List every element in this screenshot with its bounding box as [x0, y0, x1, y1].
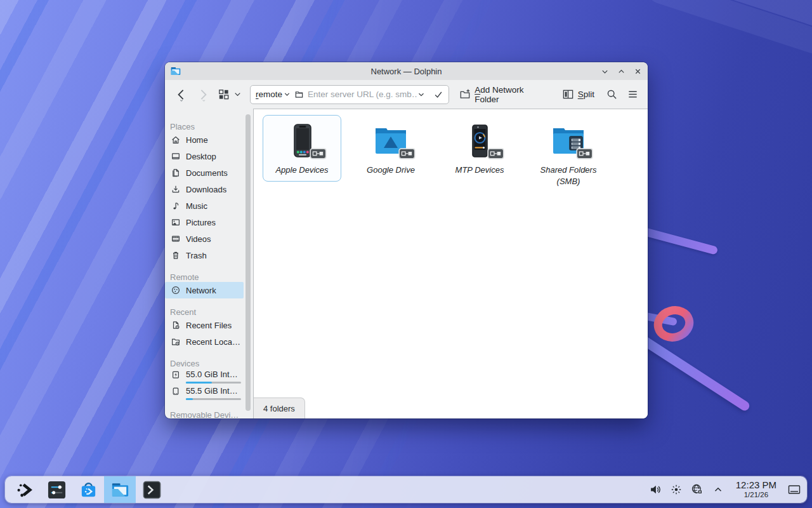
- link-emblem-icon: [398, 148, 416, 159]
- server-url-input[interactable]: Enter server URL (e.g. smb…: [308, 90, 417, 99]
- trash-icon: [171, 250, 181, 260]
- taskbar-konsole[interactable]: [136, 476, 167, 503]
- sidebar-item-55-5-gib-int[interactable]: 55.5 GiB Int…: [165, 385, 244, 401]
- link-emblem-icon: [310, 148, 327, 159]
- volume-icon[interactable]: [648, 482, 663, 497]
- location-bar[interactable]: remote Enter server URL (e.g. smb…: [250, 85, 449, 104]
- disk-usage-bar: [186, 398, 241, 400]
- sidebar-item-recent-files[interactable]: Recent Files: [165, 317, 244, 333]
- sidebar-item-label: Network: [186, 286, 216, 295]
- back-icon[interactable]: [174, 87, 190, 102]
- sidebar-item-label: Pictures: [186, 218, 216, 227]
- gdrive-folder-icon: [370, 121, 411, 161]
- chevron-down-icon[interactable]: [417, 90, 426, 99]
- sidebar-item-55-0-gib-int[interactable]: 55.0 GiB Int…: [165, 368, 244, 385]
- sidebar-item-home[interactable]: Home: [165, 131, 244, 148]
- sidebar-item-label: 55.5 GiB Int…: [186, 386, 238, 396]
- music-icon: [171, 201, 181, 211]
- drive-internal-icon: [171, 370, 181, 380]
- sidebar-item-music[interactable]: Music: [165, 197, 244, 214]
- window-title: Network — Dolphin: [165, 67, 648, 76]
- sidebar-item-documents[interactable]: Documents: [165, 164, 244, 181]
- file-item-apple-devices[interactable]: Apple Devices: [263, 115, 341, 182]
- minimize-icon[interactable]: [599, 66, 610, 76]
- recent-file-icon: [171, 320, 181, 330]
- split-icon: [562, 88, 574, 100]
- brightness-icon[interactable]: [669, 482, 684, 497]
- sidebar-item-network[interactable]: Network: [165, 282, 244, 298]
- digital-clock[interactable]: 12:23 PM 1/21/26: [736, 480, 776, 499]
- sidebar-section-remote: Remote: [165, 267, 253, 282]
- close-icon[interactable]: [632, 66, 643, 76]
- sidebar-item-videos[interactable]: Videos: [165, 231, 244, 247]
- dolphin-window: Network — Dolphin remote: [165, 62, 648, 418]
- network-tray-icon[interactable]: [690, 482, 705, 497]
- sidebar-item-label: Recent Loca…: [186, 337, 240, 347]
- documents-icon: [171, 168, 181, 178]
- recent-folder-icon: [171, 337, 181, 347]
- desktop: Network — Dolphin remote: [0, 0, 812, 508]
- file-item-label: MTP Devices: [455, 164, 504, 176]
- clock-time: 12:23 PM: [736, 480, 776, 491]
- sidebar-item-desktop[interactable]: Desktop: [165, 148, 244, 164]
- forward-icon[interactable]: [194, 87, 211, 102]
- home-icon: [171, 135, 181, 145]
- discover-icon: [79, 480, 98, 500]
- sidebar-item-recent-loca[interactable]: Recent Loca…: [165, 333, 244, 350]
- drive-plain-icon: [171, 386, 181, 396]
- kde-launcher-icon: [15, 480, 35, 500]
- split-button[interactable]: Split: [558, 85, 598, 104]
- file-item-label: Google Drive: [367, 164, 415, 176]
- downloads-icon: [171, 184, 181, 194]
- apple-devices-icon: [282, 121, 322, 161]
- dolphin-icon: [110, 480, 130, 500]
- status-bar: 4 folders: [254, 398, 305, 418]
- maximize-icon[interactable]: [616, 66, 626, 76]
- folder-view[interactable]: Apple Devices Google Drive MTP Devices S…: [253, 109, 648, 418]
- sidebar-item-label: Documents: [186, 168, 228, 178]
- sidebar-section-recent: Recent: [165, 302, 253, 317]
- chevron-down-icon[interactable]: [233, 90, 242, 99]
- taskbar-system-settings[interactable]: [41, 476, 72, 503]
- link-emblem-icon: [576, 148, 593, 159]
- view-grid-icon[interactable]: [217, 88, 230, 101]
- sidebar-item-downloads[interactable]: Downloads: [165, 181, 244, 197]
- file-item-label: Shared Folders (SMB): [532, 164, 605, 187]
- sidebar-item-label: Desktop: [186, 152, 216, 161]
- clock-date: 1/21/26: [736, 491, 776, 499]
- sidebar-scrollbar[interactable]: [246, 114, 251, 411]
- sidebar-section-removable-devi: Removable Devi…: [165, 404, 253, 418]
- disk-usage-bar: [186, 382, 241, 384]
- sidebar-item-label: Music: [186, 201, 207, 211]
- check-icon[interactable]: [433, 90, 443, 100]
- toolbar: remote Enter server URL (e.g. smb… Add N…: [165, 80, 648, 109]
- file-item-google-drive[interactable]: Google Drive: [351, 115, 430, 182]
- konsole-icon: [142, 480, 162, 500]
- file-item-mtp-devices[interactable]: MTP Devices: [440, 115, 519, 182]
- titlebar[interactable]: Network — Dolphin: [165, 62, 648, 80]
- taskbar-app-launcher[interactable]: [9, 476, 41, 503]
- sidebar-item-label: Recent Files: [186, 321, 232, 330]
- taskbar-panel: 12:23 PM 1/21/26: [5, 476, 807, 503]
- taskbar-dolphin[interactable]: [104, 476, 136, 503]
- search-icon[interactable]: [606, 88, 618, 100]
- url-segment-remote[interactable]: remote: [256, 90, 282, 99]
- chevron-down-icon[interactable]: [283, 90, 291, 98]
- folder-icon: [294, 90, 304, 99]
- show-desktop-icon[interactable]: [787, 482, 802, 497]
- sidebar-item-label: Downloads: [186, 185, 226, 194]
- wallpaper-ring: [651, 303, 697, 346]
- taskbar-discover[interactable]: [72, 476, 104, 503]
- sidebar-item-pictures[interactable]: Pictures: [165, 214, 244, 231]
- pictures-icon: [171, 217, 181, 227]
- menu-icon[interactable]: [627, 88, 639, 100]
- sidebar-item-trash[interactable]: Trash: [165, 247, 244, 264]
- network-icon: [171, 285, 181, 295]
- videos-icon: [171, 234, 181, 244]
- chevron-up-icon[interactable]: [710, 482, 726, 497]
- sidebar-item-label: 55.0 GiB Int…: [186, 370, 238, 379]
- file-item-shared-folders-smb[interactable]: Shared Folders (SMB): [529, 115, 608, 192]
- add-network-folder-button[interactable]: Add Network Folder: [455, 82, 552, 107]
- desktop-icon: [171, 151, 181, 161]
- link-emblem-icon: [487, 148, 504, 159]
